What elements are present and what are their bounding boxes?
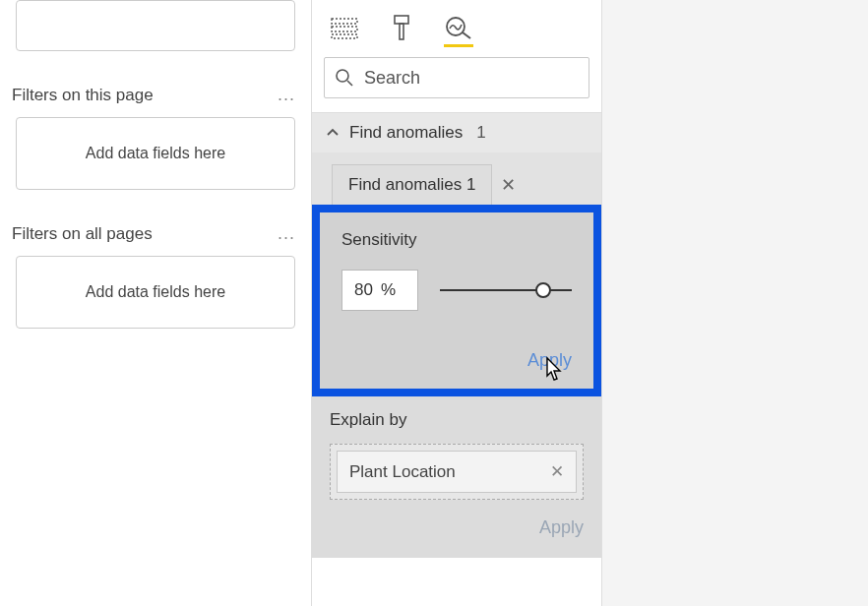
fields-tab-icon[interactable] — [330, 10, 359, 47]
filters-page-dropzone[interactable]: Add data fields here — [16, 117, 295, 190]
visualizations-pane: Search Find anomalies 1 Find anomalies 1… — [312, 0, 602, 606]
dropzone-placeholder: Add data fields here — [86, 145, 225, 162]
more-icon[interactable]: ... — [278, 85, 295, 105]
close-tab-button[interactable]: ✕ — [492, 164, 524, 205]
sensitivity-input[interactable]: 80 % — [341, 270, 418, 311]
explain-field-chip[interactable]: Plant Location ✕ — [337, 451, 577, 493]
svg-rect-0 — [332, 19, 357, 24]
search-placeholder: Search — [364, 68, 420, 89]
svg-rect-3 — [395, 16, 408, 24]
sensitivity-panel: Sensitivity 80 % Apply — [312, 205, 601, 396]
analytics-tab-icon[interactable] — [444, 10, 473, 47]
slider-thumb[interactable] — [535, 282, 551, 298]
sensitivity-value: 80 — [354, 280, 373, 300]
section-title: Find anomalies — [349, 123, 463, 143]
find-anomalies-section-header[interactable]: Find anomalies 1 — [312, 112, 601, 152]
filters-all-header: Filters on all pages ... — [10, 219, 301, 256]
explain-field-name: Plant Location — [349, 462, 456, 482]
remove-field-icon[interactable]: ✕ — [550, 461, 564, 482]
svg-point-7 — [337, 70, 348, 82]
sensitivity-label: Sensitivity — [341, 230, 572, 250]
format-tab-icon[interactable] — [387, 10, 416, 47]
filters-all-label: Filters on all pages — [12, 224, 153, 244]
filters-page-header: Filters on this page ... — [10, 81, 301, 117]
close-icon: ✕ — [501, 174, 516, 196]
filters-page-label: Filters on this page — [12, 86, 154, 105]
explain-field-well[interactable]: Plant Location ✕ — [330, 444, 584, 500]
anomaly-tab[interactable]: Find anomalies 1 — [332, 164, 492, 205]
anomaly-tab-row: Find anomalies 1 ✕ — [312, 152, 601, 205]
svg-rect-4 — [400, 24, 403, 39]
svg-rect-2 — [332, 34, 357, 38]
svg-line-6 — [463, 32, 470, 38]
section-count: 1 — [476, 123, 485, 143]
explain-apply-button[interactable]: Apply — [330, 517, 584, 538]
dropzone-placeholder: Add data fields here — [86, 283, 225, 301]
search-icon — [335, 68, 354, 88]
sensitivity-slider[interactable] — [440, 280, 572, 300]
pane-tabs — [312, 0, 601, 47]
canvas-spacer — [602, 0, 868, 606]
explain-by-panel: Explain by Plant Location ✕ Apply — [312, 396, 601, 558]
svg-line-8 — [347, 81, 352, 86]
explain-by-label: Explain by — [330, 410, 584, 430]
filter-card-placeholder[interactable] — [16, 0, 295, 51]
sensitivity-unit: % — [381, 280, 396, 300]
slider-track — [440, 289, 572, 291]
svg-rect-1 — [332, 27, 357, 31]
apply-button[interactable]: Apply — [527, 350, 572, 371]
more-icon[interactable]: ... — [278, 223, 295, 244]
anomaly-tab-label: Find anomalies 1 — [348, 175, 475, 194]
filters-pane: Filters on this page ... Add data fields… — [0, 0, 312, 606]
sensitivity-controls: 80 % — [341, 270, 572, 311]
chevron-up-icon — [326, 126, 340, 140]
filters-all-dropzone[interactable]: Add data fields here — [16, 256, 295, 329]
search-input[interactable]: Search — [324, 57, 589, 98]
